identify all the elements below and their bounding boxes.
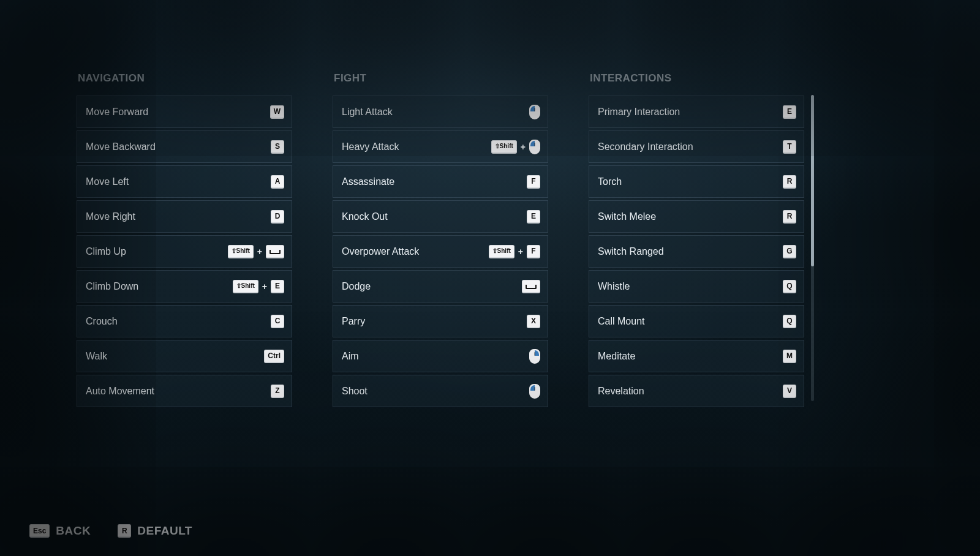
shift-key-icon: ⇧Shift [228, 245, 254, 258]
column-heading: INTERACTIONS [589, 72, 804, 85]
action-label: Meditate [598, 351, 635, 362]
key-icon: W [270, 105, 284, 119]
footer-hints: Esc BACK R DEFAULT [29, 524, 192, 538]
back-label: BACK [56, 524, 91, 538]
key-combo: C [271, 315, 284, 328]
key-combo: S [271, 140, 284, 154]
action-label: Revelation [598, 386, 644, 397]
key-icon: A [271, 175, 284, 189]
binding-climb-up[interactable]: Climb Up⇧Shift+ [77, 235, 292, 268]
key-icon: R [783, 175, 796, 189]
key-icon: E [271, 280, 284, 293]
key-combo: Q [783, 280, 796, 293]
binding-meditate[interactable]: MeditateM [589, 340, 804, 372]
scrollbar-thumb[interactable] [811, 95, 814, 266]
key-combo: Z [271, 385, 284, 398]
key-combo: R [783, 210, 796, 224]
key-icon: D [271, 210, 284, 224]
binding-light-attack[interactable]: Light Attack [333, 96, 548, 128]
binding-parry[interactable]: ParryX [333, 305, 548, 337]
binding-rows: Primary InteractionESecondary Interactio… [589, 96, 804, 407]
binding-torch[interactable]: TorchR [589, 165, 804, 198]
action-label: Move Left [86, 176, 129, 187]
shift-key-icon: ⇧Shift [489, 245, 514, 258]
binding-switch-ranged[interactable]: Switch RangedG [589, 235, 804, 268]
binding-dodge[interactable]: Dodge [333, 270, 548, 302]
key-combo: G [783, 245, 796, 258]
esc-key-icon: Esc [29, 524, 50, 538]
action-label: Aim [342, 351, 359, 362]
action-label: Parry [342, 316, 365, 327]
binding-assassinate[interactable]: AssassinateF [333, 165, 548, 198]
plus-separator: + [257, 247, 262, 257]
binding-shoot[interactable]: Shoot [333, 375, 548, 407]
column-heading: FIGHT [333, 72, 548, 85]
key-combo: ⇧Shift+ [491, 140, 540, 154]
action-label: Move Backward [86, 141, 156, 152]
action-label: Dodge [342, 281, 371, 292]
space-key-icon [522, 280, 540, 293]
key-combo: R [783, 175, 796, 189]
column-interactions: INTERACTIONSPrimary InteractionESecondar… [589, 72, 804, 407]
binding-crouch[interactable]: CrouchC [77, 305, 292, 337]
action-label: Whistle [598, 281, 630, 292]
key-icon: F [527, 175, 540, 189]
binding-whistle[interactable]: WhistleQ [589, 270, 804, 302]
key-combo: E [783, 105, 796, 119]
key-combo: V [783, 385, 796, 398]
binding-climb-down[interactable]: Climb Down⇧Shift+E [77, 270, 292, 302]
mouse-left-icon [529, 105, 540, 119]
key-icon: E [783, 105, 796, 119]
key-icon: X [527, 315, 540, 328]
key-combo [529, 349, 540, 364]
binding-revelation[interactable]: RevelationV [589, 375, 804, 407]
action-label: Climb Up [86, 246, 126, 257]
action-label: Torch [598, 176, 622, 187]
key-combo: W [270, 105, 284, 119]
back-button[interactable]: Esc BACK [29, 524, 91, 538]
action-label: Overpower Attack [342, 246, 419, 257]
default-button[interactable]: R DEFAULT [118, 524, 192, 538]
key-icon: S [271, 140, 284, 154]
scrollbar[interactable] [811, 95, 814, 401]
action-label: Switch Melee [598, 211, 656, 222]
action-label: Shoot [342, 386, 368, 397]
key-combo: D [271, 210, 284, 224]
binding-auto-movement[interactable]: Auto MovementZ [77, 375, 292, 407]
column-heading: NAVIGATION [77, 72, 292, 85]
mouse-right-icon [529, 349, 540, 364]
binding-move-forward[interactable]: Move ForwardW [77, 96, 292, 128]
key-combo [529, 384, 540, 399]
binding-move-left[interactable]: Move LeftA [77, 165, 292, 198]
key-icon: Ctrl [264, 350, 284, 363]
key-icon: E [527, 210, 540, 224]
key-icon: Q [783, 280, 796, 293]
keybinding-columns: NAVIGATIONMove ForwardWMove BackwardSMov… [77, 72, 818, 407]
key-combo: ⇧Shift+ [228, 245, 284, 258]
space-key-icon [266, 245, 284, 258]
action-label: Switch Ranged [598, 246, 664, 257]
binding-call-mount[interactable]: Call MountQ [589, 305, 804, 337]
action-label: Crouch [86, 316, 118, 327]
key-icon: Z [271, 385, 284, 398]
key-icon: G [783, 245, 796, 258]
binding-aim[interactable]: Aim [333, 340, 548, 372]
action-label: Move Right [86, 211, 135, 222]
key-combo: A [271, 175, 284, 189]
binding-heavy-attack[interactable]: Heavy Attack⇧Shift+ [333, 130, 548, 163]
binding-move-backward[interactable]: Move BackwardS [77, 130, 292, 163]
binding-overpower-attack[interactable]: Overpower Attack⇧Shift+F [333, 235, 548, 268]
default-label: DEFAULT [137, 524, 192, 538]
action-label: Auto Movement [86, 386, 154, 397]
binding-walk[interactable]: WalkCtrl [77, 340, 292, 372]
action-label: Heavy Attack [342, 141, 399, 152]
binding-knock-out[interactable]: Knock OutE [333, 200, 548, 233]
action-label: Assassinate [342, 176, 394, 187]
key-combo: Q [783, 315, 796, 328]
binding-primary-interaction[interactable]: Primary InteractionE [589, 96, 804, 128]
binding-move-right[interactable]: Move RightD [77, 200, 292, 233]
binding-switch-melee[interactable]: Switch MeleeR [589, 200, 804, 233]
binding-secondary-interaction[interactable]: Secondary InteractionT [589, 130, 804, 163]
r-key-icon: R [118, 524, 131, 538]
action-label: Call Mount [598, 316, 644, 327]
